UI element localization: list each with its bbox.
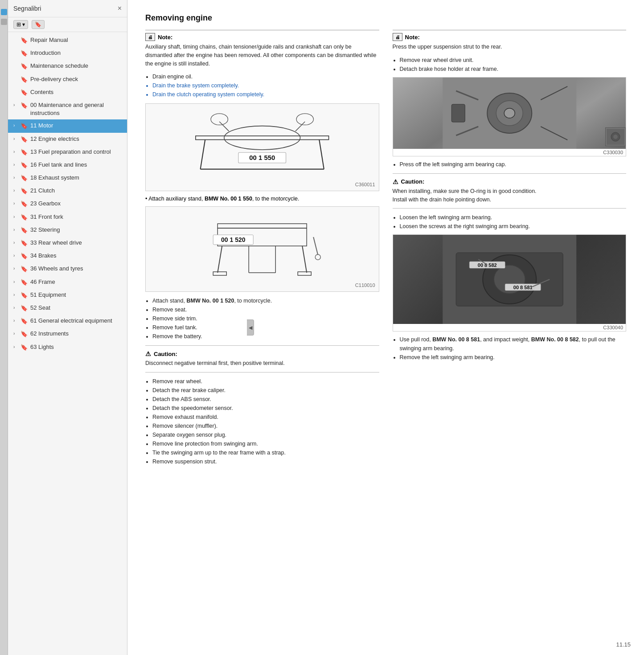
list-item: Remove side trim. bbox=[152, 314, 379, 323]
photo-box-2: 00 8 582 00 8 581 C330040 bbox=[393, 234, 627, 332]
sidebar-item-31-front-fork[interactable]: ›🔖31 Front fork bbox=[8, 211, 127, 224]
expand-arrow[interactable]: › bbox=[13, 279, 20, 285]
list-item: Remove silencer (muffler). bbox=[152, 422, 379, 430]
photo-content-2: 00 8 582 00 8 581 bbox=[393, 235, 626, 324]
caution-text-1: Disconnect negative terminal first, then… bbox=[145, 359, 379, 368]
sidebar-item-16-fuel-tank[interactable]: ›🔖16 Fuel tank and lines bbox=[8, 159, 127, 172]
sidebar-item-pre-delivery-check[interactable]: 🔖Pre-delivery check bbox=[8, 73, 127, 86]
diagram-caption-2: C110010 bbox=[149, 282, 375, 288]
sidebar-collapse-button[interactable]: ◀ bbox=[247, 319, 254, 336]
note-text-2: Press the upper suspension strut to the … bbox=[393, 43, 627, 51]
expand-arrow[interactable]: › bbox=[13, 102, 20, 108]
sidebar-item-23-gearbox[interactable]: ›🔖23 Gearbox bbox=[8, 197, 127, 210]
expand-arrow[interactable]: › bbox=[13, 214, 20, 220]
sidebar-item-21-clutch[interactable]: ›🔖21 Clutch bbox=[8, 184, 127, 197]
caution-label-1: Caution: bbox=[154, 351, 177, 357]
sidebar-item-36-wheels-tyres[interactable]: ›🔖36 Wheels and tyres bbox=[8, 262, 127, 275]
sidebar-item-00-maintenance[interactable]: ›🔖00 Maintenance and general instruction… bbox=[8, 99, 127, 119]
sidebar-toolbar: ⊞ ▾ 🔖 bbox=[8, 17, 127, 32]
note-icon-2: 🖨 bbox=[393, 33, 402, 41]
divider-r1 bbox=[393, 173, 627, 174]
svg-point-7 bbox=[211, 114, 228, 125]
sidebar-item-52-seat[interactable]: ›🔖52 Seat bbox=[8, 302, 127, 315]
list-item: Remove seat. bbox=[152, 305, 379, 314]
svg-rect-32 bbox=[451, 104, 465, 122]
sidebar-item-label: 00 Maintenance and general instructions bbox=[30, 101, 123, 117]
expand-arrow[interactable]: › bbox=[13, 318, 20, 324]
sidebar-item-33-rear-wheel-drive[interactable]: ›🔖33 Rear wheel drive bbox=[8, 237, 127, 250]
svg-rect-0 bbox=[196, 136, 329, 140]
expand-arrow[interactable]: › bbox=[13, 175, 20, 181]
sidebar-item-46-frame[interactable]: ›🔖46 Frame bbox=[8, 276, 127, 289]
sidebar-item-34-brakes[interactable]: ›🔖34 Brakes bbox=[8, 250, 127, 262]
expand-arrow[interactable]: › bbox=[13, 292, 20, 298]
expand-arrow[interactable]: › bbox=[13, 253, 20, 259]
expand-arrow[interactable]: › bbox=[13, 331, 20, 337]
sidebar-item-introduction[interactable]: 🔖Introduction bbox=[8, 47, 127, 60]
sidebar-item-label: 34 Brakes bbox=[30, 252, 123, 260]
list-item: Press off the left swinging arm bearing … bbox=[400, 160, 627, 169]
expand-arrow[interactable]: › bbox=[13, 305, 20, 311]
svg-rect-16 bbox=[298, 272, 311, 275]
expand-arrow[interactable]: › bbox=[13, 162, 20, 168]
list-item: Remove fuel tank. bbox=[152, 323, 379, 332]
sidebar-item-label: 46 Frame bbox=[30, 278, 123, 286]
bookmark-icon: 🔖 bbox=[21, 304, 28, 312]
sidebar-title: Segnalibri bbox=[13, 5, 41, 12]
caution-box-2: ⚠ Caution: When installing, make sure th… bbox=[393, 178, 627, 204]
sidebar-item-11-motor[interactable]: ›🔖11 Motor bbox=[8, 119, 127, 132]
expand-arrow[interactable]: › bbox=[13, 201, 20, 207]
bookmark-icon: 🔖 bbox=[21, 135, 28, 143]
bookmark-icon: 🔖 bbox=[21, 265, 28, 273]
sidebar-close-button[interactable]: × bbox=[118, 4, 122, 12]
bookmark-icon: 🔖 bbox=[21, 252, 28, 260]
sidebar-item-32-steering[interactable]: ›🔖32 Steering bbox=[8, 224, 127, 237]
left-edge-toolbar bbox=[0, 0, 8, 655]
sidebar-item-12-engine-electrics[interactable]: ›🔖12 Engine electrics bbox=[8, 133, 127, 146]
sidebar-item-label: 11 Motor bbox=[30, 122, 123, 130]
sidebar-header: Segnalibri × bbox=[8, 0, 127, 17]
list-item: Drain the clutch operating system comple… bbox=[152, 90, 379, 99]
sidebar-item-51-equipment[interactable]: ›🔖51 Equipment bbox=[8, 289, 127, 302]
sidebar-view-button[interactable]: ⊞ ▾ bbox=[13, 20, 28, 29]
expand-arrow[interactable]: › bbox=[13, 240, 20, 246]
edge-tool-1[interactable] bbox=[1, 9, 7, 15]
bookmark-icon: 🔖 bbox=[21, 89, 28, 97]
sidebar-bookmark-button[interactable]: 🔖 bbox=[32, 20, 45, 29]
sidebar-item-62-instruments[interactable]: ›🔖62 Instruments bbox=[8, 328, 127, 340]
bullet-list-3: Remove rear wheel. Detach the rear brake… bbox=[152, 377, 379, 466]
expand-arrow[interactable]: › bbox=[13, 123, 20, 129]
right-column: 🖨 Note: Press the upper suspension strut… bbox=[393, 30, 627, 469]
expand-arrow[interactable]: › bbox=[13, 344, 20, 350]
bullet-list-1: Drain engine oil. Drain the brake system… bbox=[152, 72, 379, 99]
diagram-box-1: 00 1 550 C360011 bbox=[145, 103, 379, 191]
sidebar-item-maintenance-schedule[interactable]: 🔖Maintenance schedule bbox=[8, 60, 127, 73]
corner-thumbnail bbox=[605, 127, 626, 146]
sidebar-item-61-general-electrical[interactable]: ›🔖61 General electrical equipment bbox=[8, 315, 127, 328]
sidebar-item-63-lights[interactable]: ›🔖63 Lights bbox=[8, 341, 127, 354]
sidebar-item-18-exhaust[interactable]: ›🔖18 Exhaust system bbox=[8, 172, 127, 184]
sidebar-item-contents[interactable]: 🔖Contents bbox=[8, 86, 127, 99]
bookmark-icon: 🔖 bbox=[21, 200, 28, 208]
expand-arrow[interactable]: › bbox=[13, 266, 20, 272]
list-item: Loosen the screws at the right swinging … bbox=[400, 222, 627, 231]
bullet-list-r4: Use pull rod, BMW No. 00 8 581, and impa… bbox=[400, 335, 627, 362]
sidebar-item-label: 63 Lights bbox=[30, 343, 123, 351]
edge-tool-2[interactable] bbox=[1, 19, 7, 25]
expand-arrow[interactable]: › bbox=[13, 136, 20, 142]
sidebar-item-label: 51 Equipment bbox=[30, 291, 123, 299]
svg-text:00 8 581: 00 8 581 bbox=[513, 285, 532, 290]
sidebar-item-13-fuel-preparation[interactable]: ›🔖13 Fuel preparation and control bbox=[8, 146, 127, 159]
expand-arrow[interactable]: › bbox=[13, 188, 20, 194]
diagram-svg-2: 00 1 520 bbox=[149, 210, 375, 279]
expand-arrow[interactable]: › bbox=[13, 227, 20, 233]
svg-text:00 1 550: 00 1 550 bbox=[249, 154, 275, 162]
expand-arrow[interactable]: › bbox=[13, 149, 20, 155]
svg-rect-11 bbox=[217, 224, 307, 228]
note-box-2: 🖨 Note: Press the upper suspension strut… bbox=[393, 30, 627, 51]
sidebar-item-repair-manual[interactable]: 🔖Repair Manual bbox=[8, 34, 127, 47]
sidebar-item-label: Maintenance schedule bbox=[30, 62, 123, 70]
bookmark-icon: 🔖 bbox=[21, 62, 28, 70]
list-item: Remove line protection from swinging arm… bbox=[152, 439, 379, 448]
bookmark-icon: 🔖 bbox=[21, 122, 28, 130]
